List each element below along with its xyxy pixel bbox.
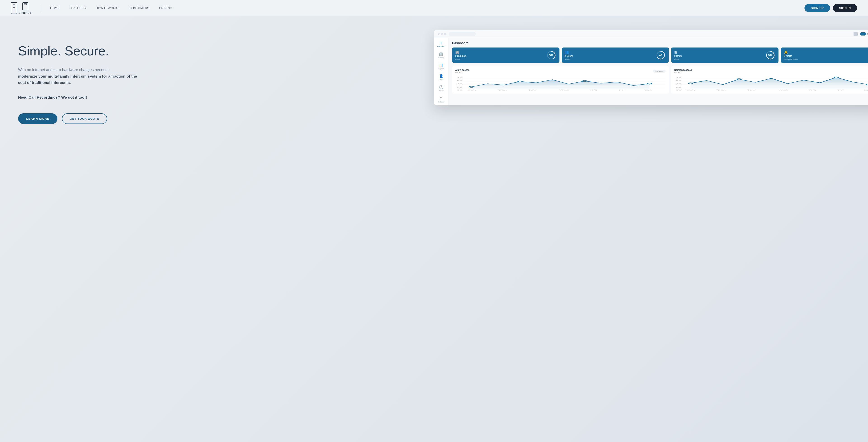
svg-text:75: 75 bbox=[457, 77, 462, 78]
dashboard-main: Dashboard 🏢 5 Building Active bbox=[448, 38, 868, 106]
hero-description-bold: modernize your multi-family intercom sys… bbox=[18, 74, 137, 85]
svg-text:Sat: Sat bbox=[864, 89, 868, 91]
stat-value-users: 4/6 bbox=[659, 54, 662, 57]
chart-rejected-access: Rejected access Per unit This Week ▾ bbox=[671, 66, 868, 94]
dashboard-title: Dashboard bbox=[452, 41, 868, 45]
stat-card-alerts: 🔔 8 Alerts Waiting for action 8/10 bbox=[781, 48, 868, 63]
dashboard-sidebar: ⊞ Dashboard 🏢 Buildings 📊 Reports 👤 User… bbox=[434, 38, 448, 106]
stat-left-alerts: 🔔 8 Alerts Waiting for action bbox=[784, 50, 798, 60]
stat-card-users: 👥 4 Users Invited 4/6 bbox=[562, 48, 669, 63]
dashboard-visual: Sarah Fontana ⊞ Dashboard 🏢 Buildings bbox=[434, 30, 868, 106]
topbar-bell-icon bbox=[854, 32, 858, 36]
svg-rect-1 bbox=[24, 3, 26, 5]
sidebar-label-dashboard: Dashboard bbox=[437, 46, 445, 47]
topbar-icons: Sarah Fontana bbox=[854, 31, 868, 36]
sidebar-item-history[interactable]: 🕐 History bbox=[439, 85, 444, 92]
chart-allow-filter[interactable]: This Week ▾ bbox=[653, 70, 666, 72]
chart-rejected-title-group: Rejected access Per unit bbox=[674, 69, 692, 73]
sidebar-item-reports[interactable]: 📊 Reports bbox=[438, 63, 444, 69]
stat-left-users: 👥 4 Users Invited bbox=[565, 50, 573, 60]
toggle-pill bbox=[860, 32, 866, 35]
dashboard-mockup: Sarah Fontana ⊞ Dashboard 🏢 Buildings bbox=[434, 30, 868, 106]
stats-grid: 🏢 5 Building Active 5/12 bbox=[452, 48, 868, 63]
stat-card-buildings: 🏢 5 Building Active 5/12 bbox=[452, 48, 559, 63]
get-quote-button[interactable]: GET YOUR QUOTE bbox=[62, 113, 107, 124]
svg-text:Wed: Wed bbox=[559, 89, 569, 91]
stat-name-alerts: 8 Alerts bbox=[784, 55, 798, 57]
stat-card-units: ▦ 8 Units Active 8/10 bbox=[671, 48, 778, 63]
hero-description-plain: With no internet and zero hardware chang… bbox=[18, 68, 110, 72]
buildings-icon: 🏢 bbox=[439, 52, 443, 56]
svg-point-20 bbox=[518, 81, 522, 82]
sidebar-item-dashboard[interactable]: ⊞ Dashboard bbox=[437, 41, 445, 47]
stat-name-buildings: 5 Building bbox=[455, 55, 466, 57]
topbar-search bbox=[449, 32, 476, 36]
sidebar-item-settings[interactable]: ⚙ Settings bbox=[438, 96, 444, 103]
signup-button[interactable]: SIGN UP bbox=[804, 4, 830, 12]
stat-ring-users: 4/6 bbox=[656, 50, 666, 60]
nav-pricing[interactable]: PRICING bbox=[159, 6, 172, 10]
logo[interactable]: DROPBY bbox=[11, 2, 32, 14]
chart-allow-title-group: Allow access Per unit bbox=[455, 69, 469, 73]
svg-text:Wed: Wed bbox=[778, 89, 788, 91]
stat-sub-buildings: Active bbox=[455, 58, 466, 60]
stat-value-buildings: 5/12 bbox=[549, 54, 553, 57]
chart-rejected-subtitle: Per unit bbox=[674, 71, 692, 73]
signin-button[interactable]: SIGN IN bbox=[833, 4, 857, 12]
svg-text:Tue: Tue bbox=[747, 89, 755, 91]
stat-name-units: 8 Units bbox=[674, 55, 682, 57]
chart-allow-access: Allow access Per unit This Week ▾ bbox=[452, 66, 669, 94]
svg-point-40 bbox=[737, 79, 741, 80]
dashboard-topbar: Sarah Fontana bbox=[434, 30, 868, 38]
stat-icon-buildings: 🏢 bbox=[455, 50, 466, 54]
learn-more-button[interactable]: LEARN MORE bbox=[18, 113, 57, 124]
svg-text:45: 45 bbox=[457, 83, 462, 85]
stat-ring-buildings: 5/12 bbox=[546, 50, 556, 60]
stat-value-units: 8/10 bbox=[768, 54, 772, 57]
stat-icon-alerts: 🔔 bbox=[784, 50, 798, 54]
stat-ring-units: 8/10 bbox=[765, 50, 775, 60]
nav-customers[interactable]: CUSTOMERS bbox=[129, 6, 149, 10]
svg-point-21 bbox=[583, 81, 587, 82]
svg-text:60: 60 bbox=[457, 80, 462, 82]
svg-text:Tue: Tue bbox=[528, 89, 536, 91]
sidebar-label-buildings: Buildings bbox=[438, 57, 444, 58]
hero-title: Simple. Secure. bbox=[18, 43, 434, 59]
svg-text:Mon: Mon bbox=[497, 89, 507, 91]
sidebar-item-buildings[interactable]: 🏢 Buildings bbox=[438, 52, 444, 58]
stat-icon-users: 👥 bbox=[565, 50, 573, 54]
svg-text:Thu: Thu bbox=[589, 89, 597, 91]
topbar-dots bbox=[438, 33, 446, 35]
hero-buttons: LEARN MORE GET YOUR QUOTE bbox=[18, 113, 434, 124]
svg-text:Fri: Fri bbox=[838, 89, 843, 91]
nav-how-it-works[interactable]: HOW IT WORKS bbox=[96, 6, 119, 10]
history-icon: 🕐 bbox=[439, 85, 443, 89]
sidebar-item-users[interactable]: 👤 Users bbox=[439, 74, 443, 81]
nav-home[interactable]: HOME bbox=[50, 6, 59, 10]
svg-text:Sun: Sun bbox=[686, 89, 695, 91]
stat-name-users: 4 Users bbox=[565, 55, 573, 57]
stat-icon-units: ▦ bbox=[674, 50, 682, 54]
settings-icon: ⚙ bbox=[439, 96, 442, 100]
nav-features[interactable]: FEATURES bbox=[69, 6, 86, 10]
dot-3 bbox=[444, 33, 446, 35]
svg-text:15: 15 bbox=[676, 89, 681, 91]
nav-buttons: SIGN UP SIGN IN bbox=[804, 4, 857, 12]
stat-left-units: ▦ 8 Units Active bbox=[674, 50, 682, 60]
sidebar-label-history: History bbox=[439, 90, 444, 92]
hero-content: Simple. Secure. With no internet and zer… bbox=[18, 34, 434, 124]
dot-1 bbox=[438, 33, 440, 35]
logo-phone-icon bbox=[22, 2, 29, 10]
stat-sub-alerts: Waiting for action bbox=[784, 58, 798, 60]
stat-sub-users: Invited bbox=[565, 58, 573, 60]
stat-sub-units: Active bbox=[674, 58, 682, 60]
stat-left-buildings: 🏢 5 Building Active bbox=[455, 50, 466, 60]
topbar-user-label: Sarah Fontana bbox=[867, 33, 868, 35]
svg-text:30: 30 bbox=[676, 86, 681, 88]
svg-text:Sun: Sun bbox=[467, 89, 476, 91]
svg-point-19 bbox=[469, 86, 473, 88]
chart-allow-header: Allow access Per unit This Week ▾ bbox=[455, 69, 666, 73]
charts-grid: Allow access Per unit This Week ▾ bbox=[452, 66, 868, 94]
hero-section: Simple. Secure. With no internet and zer… bbox=[0, 16, 868, 442]
logo-icon bbox=[11, 2, 17, 14]
